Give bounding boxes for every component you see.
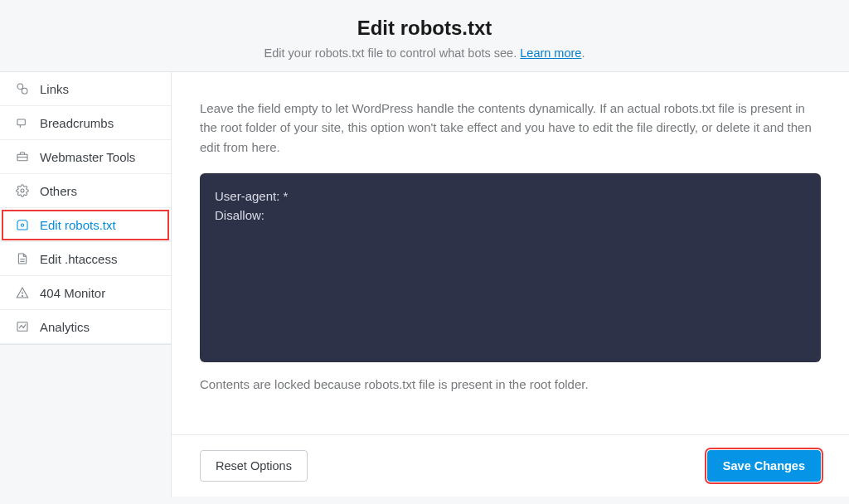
sidebar-item-links[interactable]: Links: [0, 72, 171, 106]
description-text: Leave the field empty to let WordPress h…: [200, 99, 821, 157]
sidebar-item-label: Edit robots.txt: [40, 218, 116, 232]
sidebar-item-others[interactable]: Others: [0, 174, 171, 208]
sidebar-item-webmaster-tools[interactable]: Webmaster Tools: [0, 140, 171, 174]
page-subtitle: Edit your robots.txt file to control wha…: [0, 46, 849, 60]
sidebar-item-label: Webmaster Tools: [40, 150, 135, 164]
sidebar-item-label: 404 Monitor: [40, 286, 105, 300]
page-title: Edit robots.txt: [0, 17, 849, 40]
locked-note: Contents are locked because robots.txt f…: [200, 377, 821, 391]
robots-editor[interactable]: User-agent: * Disallow:: [200, 173, 821, 362]
page-header: Edit robots.txt Edit your robots.txt fil…: [0, 0, 849, 72]
svg-rect-2: [17, 119, 25, 125]
links-icon: [15, 81, 30, 96]
svg-point-7: [21, 224, 23, 226]
svg-point-11: [22, 295, 22, 296]
settings-sidebar: Links Breadcrumbs Webmaster Tools Others: [0, 72, 172, 497]
main-panel: Leave the field empty to let WordPress h…: [171, 72, 849, 497]
gear-icon: [15, 183, 30, 198]
sidebar-item-label: Links: [40, 82, 69, 96]
robots-file-icon: [15, 217, 30, 232]
sidebar-item-analytics[interactable]: Analytics: [0, 310, 171, 344]
reset-options-button[interactable]: Reset Options: [200, 450, 308, 482]
sidebar-item-404-monitor[interactable]: 404 Monitor: [0, 276, 171, 310]
sidebar-item-label: Analytics: [40, 320, 90, 334]
breadcrumbs-icon: [15, 115, 30, 130]
sidebar-item-edit-htaccess[interactable]: Edit .htaccess: [0, 242, 171, 276]
svg-point-1: [22, 88, 27, 94]
sidebar-item-label: Breadcrumbs: [40, 116, 114, 130]
file-icon: [15, 251, 30, 266]
sidebar-item-label: Edit .htaccess: [40, 252, 117, 266]
sidebar-item-label: Others: [40, 184, 77, 198]
learn-more-link[interactable]: Learn more: [520, 46, 581, 60]
sidebar-item-edit-robots[interactable]: Edit robots.txt: [0, 208, 171, 242]
sidebar-item-breadcrumbs[interactable]: Breadcrumbs: [0, 106, 171, 140]
svg-point-0: [17, 84, 23, 90]
svg-point-6: [21, 189, 24, 192]
toolbox-icon: [15, 149, 30, 164]
footer-bar: Reset Options Save Changes: [172, 434, 849, 497]
save-changes-button[interactable]: Save Changes: [707, 450, 821, 482]
warning-icon: [15, 285, 30, 300]
analytics-icon: [15, 319, 30, 334]
